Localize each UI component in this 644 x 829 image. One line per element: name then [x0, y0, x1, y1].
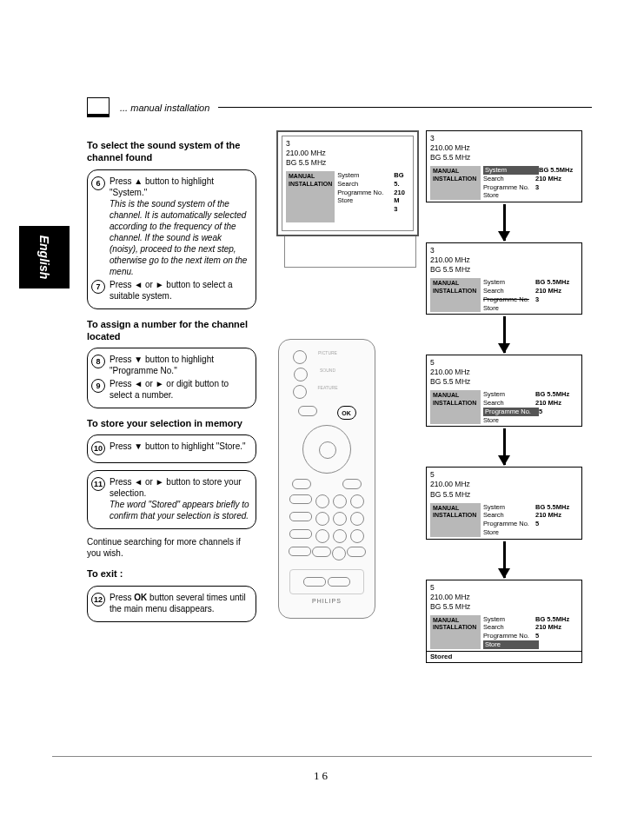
osd-channel: 3 [286, 139, 409, 149]
step-number-11: 11 [91, 477, 105, 491]
remote-btn [289, 547, 311, 556]
page-number: 16 [0, 769, 644, 783]
osd-screen-programme-highlight: 5 210.00 MHz BG 5.5 MHz MANUALINSTALLATI… [426, 355, 582, 427]
remote-btn [312, 547, 331, 557]
remote-btn [293, 350, 307, 364]
remote-btn [289, 494, 312, 504]
remote-control-illustration: PICTURE SOUND FEATURE OK PHILIPS [278, 339, 375, 619]
remote-digit-8 [333, 529, 347, 543]
section-head-sound-system: To select the sound system of the channe… [87, 139, 256, 164]
remote-digit-0 [332, 547, 346, 560]
remote-btn [289, 529, 312, 539]
step-6-text: Press ▲ button to highlight "System." Th… [110, 176, 250, 277]
remote-btn [289, 512, 312, 521]
section-head-assign-number: To assign a number for the channel locat… [87, 318, 256, 343]
osd-screen-tv: 3 210.00 MHz BG 5.5 MHz MANUALINSTALLATI… [282, 136, 413, 230]
continue-text: Continue searching for more channels if … [87, 536, 256, 559]
osd-highlight-system: System [483, 166, 539, 175]
step-11-text: Press ◄ or ► button to store your select… [110, 476, 250, 521]
arrow-down-icon [503, 541, 506, 578]
step-9-text: Press ◄ or ► or digit button to select a… [110, 378, 250, 401]
osd-freq: 210.00 MHz [286, 149, 409, 158]
step-12-text: Press OK button several times until the … [110, 592, 250, 614]
remote-btn [347, 547, 366, 557]
osd-stored-footer: Stored [427, 651, 581, 662]
remote-label-picture: PICTURE [318, 350, 337, 364]
step-box-10: 10 Press ▼ button to highlight "Store." [87, 434, 256, 463]
remote-digit-5 [333, 512, 347, 526]
step-box-8-9: 8 Press ▼ button to highlight "Programme… [87, 348, 256, 408]
remote-btn [294, 368, 308, 381]
remote-panel [289, 569, 364, 594]
tv-icon [87, 97, 110, 117]
remote-label-feature: FEATURE [318, 385, 338, 399]
instructions-column: To select the sound system of the channe… [87, 130, 256, 629]
manual-page: ... manual installation English To selec… [0, 0, 644, 829]
osd-sound: BG 5.5 MHz [286, 158, 409, 168]
remote-label-sound: SOUND [320, 368, 335, 381]
osd-screen-store-highlight: 5 210.00 MHz BG 5.5 MHz MANUALINSTALLATI… [426, 580, 582, 663]
header-title: ... manual installation [120, 103, 209, 113]
arrow-down-icon [503, 316, 506, 353]
step-box-12: 12 Press OK button several times until t… [87, 586, 256, 622]
header-rule [218, 107, 592, 108]
remote-digit-2 [333, 494, 347, 508]
osd-sequence-column: 3 210.00 MHz BG 5.5 MHz MANUALINSTALLATI… [426, 130, 582, 663]
step-7-text: Press ◄ or ► button to select a suitable… [110, 279, 250, 302]
remote-btn [292, 479, 311, 489]
step-number-10: 10 [91, 441, 105, 455]
remote-digit-7 [315, 529, 329, 543]
remote-btn [342, 479, 362, 489]
tv-frame-inner: 3 210.00 MHz BG 5.5 MHz MANUALINSTALLATI… [282, 136, 414, 231]
section-head-store: To store your selection in memory [87, 417, 256, 429]
remote-ok-button: OK [337, 406, 356, 420]
step-box-11: 11 Press ◄ or ► button to store your sel… [87, 470, 256, 529]
osd-highlight-store: Store [483, 640, 539, 649]
remote-digit-4 [315, 512, 329, 526]
step-number-8: 8 [91, 355, 105, 368]
remote-btn [303, 577, 326, 587]
remote-digit-9 [350, 529, 364, 543]
remote-brand: PHILIPS [279, 598, 375, 604]
remote-dpad [302, 425, 351, 474]
osd-menu: MANUALINSTALLATION System Search Program… [286, 171, 409, 222]
remote-digit-3 [350, 494, 364, 508]
tv-illustration: 3 210.00 MHz BG 5.5 MHz MANUALINSTALLATI… [276, 130, 424, 274]
step-box-6-7: 6 Press ▲ button to highlight "System." … [87, 169, 256, 309]
footer-rule [52, 756, 592, 757]
language-label: English [37, 235, 51, 280]
page-header: ... manual installation [87, 97, 592, 117]
language-tab: English [19, 226, 70, 288]
step-8-text: Press ▼ button to highlight "Programme N… [110, 354, 250, 376]
step-number-9: 9 [91, 379, 105, 393]
osd-highlight-programme: Programme No. [483, 408, 539, 416]
section-head-exit: To exit : [87, 567, 256, 580]
remote-digit-6 [350, 512, 364, 526]
tv-stand [284, 236, 416, 268]
remote-btn [298, 406, 317, 416]
arrow-down-icon [503, 204, 506, 241]
remote-btn [293, 385, 307, 399]
step-10-text: Press ▼ button to highlight "Store." [110, 441, 246, 452]
step-number-6: 6 [91, 176, 105, 190]
osd-screen-system-selected: 3 210.00 MHz BG 5.5 MHz MANUALINSTALLATI… [426, 242, 582, 315]
osd-screen-programme-selected: 5 210.00 MHz BG 5.5 MHz MANUALINSTALLATI… [426, 467, 582, 539]
remote-digit-1 [315, 494, 329, 508]
osd-screen-system-highlight: 3 210.00 MHz BG 5.5 MHz MANUALINSTALLATI… [426, 130, 582, 202]
arrow-down-icon [503, 428, 506, 465]
tv-frame: 3 210.00 MHz BG 5.5 MHz MANUALINSTALLATI… [276, 130, 419, 236]
step-number-12: 12 [91, 593, 105, 607]
step-number-7: 7 [91, 280, 105, 294]
remote-btn [328, 577, 350, 587]
